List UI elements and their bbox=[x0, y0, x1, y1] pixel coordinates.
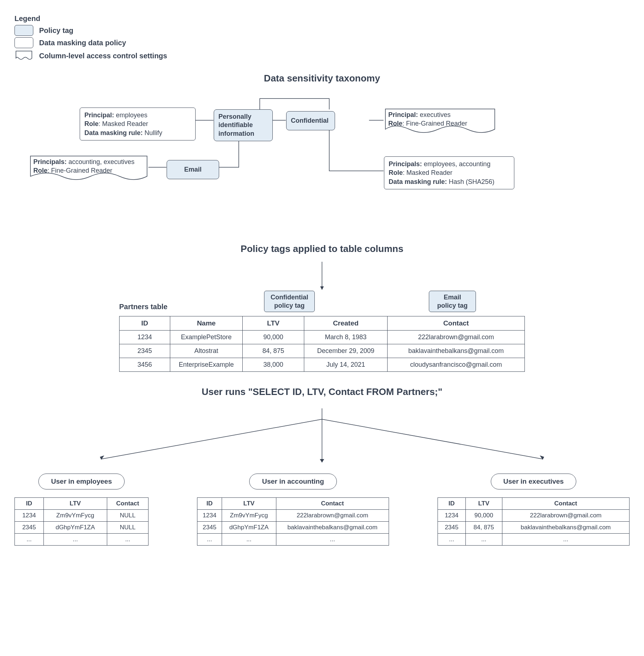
svg-line-3 bbox=[101, 419, 322, 459]
legend-row-data-masking: Data masking data policy bbox=[14, 37, 630, 48]
table-employees: ID LTV Contact 1234Zm9vYmFycgNULL 2345dG… bbox=[14, 497, 149, 546]
branch-arrows bbox=[14, 405, 630, 466]
conf-mask-principal-label: Principals: bbox=[389, 160, 422, 168]
table-row: 123490,000222larabrown@gmail.com bbox=[438, 510, 630, 522]
table-row: ......... bbox=[15, 534, 149, 546]
conf-mask-role: : Masked Reader bbox=[403, 169, 452, 176]
pii-mask-role: : Masked Reader bbox=[99, 120, 148, 127]
taxonomy-diagram: Personally identifiable information Conf… bbox=[14, 91, 630, 229]
table-row: 3456 EnterpriseExample 38,000 July 14, 2… bbox=[120, 358, 525, 372]
pill-accounting: User in accounting bbox=[249, 474, 336, 489]
legend-label-acl: Column-level access control settings bbox=[39, 52, 167, 60]
legend-label-policy-tag: Policy tag bbox=[39, 26, 73, 35]
section-title-query: User runs "SELECT ID, LTV, Contact FROM … bbox=[14, 386, 630, 398]
legend-swatch-data-masking bbox=[14, 37, 33, 48]
partners-block: Partners table Confidential policy tag E… bbox=[119, 291, 525, 372]
legend-row-policy-tag: Policy tag bbox=[14, 25, 630, 36]
table-row: 1234Zm9vYmFycg222larabrown@gmail.com bbox=[197, 510, 389, 522]
conf-mask-role-label: Role bbox=[389, 169, 403, 176]
table-row: ......... bbox=[438, 534, 630, 546]
partners-th-name: Name bbox=[170, 316, 243, 331]
policy-confidential-masking: Principals: employees, accounting Role: … bbox=[384, 156, 514, 189]
tag-small-email: Email policy tag bbox=[429, 291, 476, 312]
partners-table-label: Partners table bbox=[119, 303, 167, 311]
legend-swatch-acl bbox=[14, 50, 33, 62]
result-executives: User in executives ID LTV Contact 123490… bbox=[438, 474, 630, 546]
table-executives: ID LTV Contact 123490,000222larabrown@gm… bbox=[438, 497, 630, 546]
result-employees: User in employees ID LTV Contact 1234Zm9… bbox=[14, 474, 149, 546]
conf-mask-rule: Hash (SHA256) bbox=[447, 178, 494, 185]
section-title-taxonomy: Data sensitivity taxonomy bbox=[14, 73, 630, 84]
conf-acl-principal: executives bbox=[418, 111, 451, 118]
pill-employees: User in employees bbox=[38, 474, 125, 489]
policy-pii-masking: Principal: employees Role: Masked Reader… bbox=[80, 108, 196, 140]
conf-acl-principal-label: Principal: bbox=[388, 111, 418, 118]
results-row: User in employees ID LTV Contact 1234Zm9… bbox=[14, 474, 630, 546]
legend-label-data-masking: Data masking data policy bbox=[39, 39, 126, 47]
conf-acl-role-label: Role bbox=[388, 120, 402, 127]
pill-executives: User in executives bbox=[491, 474, 577, 489]
svg-marker-1 bbox=[320, 286, 324, 290]
conf-acl-role: : Fine-Grained Reader bbox=[402, 120, 467, 127]
acl-confidential: Principal: executives Role: Fine-Grained… bbox=[384, 108, 496, 136]
legend-swatch-policy-tag bbox=[14, 25, 33, 36]
partners-table: ID Name LTV Created Contact 1234 Example… bbox=[119, 316, 525, 372]
pii-mask-rule: Nullify bbox=[143, 129, 162, 136]
tag-pii: Personally identifiable information bbox=[214, 109, 273, 141]
legend-row-acl: Column-level access control settings bbox=[14, 50, 630, 62]
legend: Legend Policy tag Data masking data poli… bbox=[14, 14, 630, 62]
conf-mask-principal: employees, accounting bbox=[422, 160, 490, 168]
table-row: 1234 ExamplePetStore 90,000 March 8, 198… bbox=[120, 331, 525, 344]
table-accounting: ID LTV Contact 1234Zm9vYmFycg222larabrow… bbox=[197, 497, 389, 546]
tag-small-confidential: Confidential policy tag bbox=[264, 291, 315, 312]
table-row: 2345 Altostrat 84, 875 December 29, 2009… bbox=[120, 344, 525, 358]
table-row: 2345dGhpYmF1ZANULL bbox=[15, 522, 149, 534]
table-row: 2345dGhpYmF1ZAbaklavainthebalkans@gmail.… bbox=[197, 522, 389, 534]
arrow-down-1 bbox=[14, 262, 630, 291]
table-row: 1234Zm9vYmFycgNULL bbox=[15, 510, 149, 522]
tag-email-label: Email bbox=[184, 166, 201, 173]
legend-title: Legend bbox=[14, 14, 630, 23]
partners-th-created: Created bbox=[304, 316, 388, 331]
conf-mask-rule-label: Data masking rule: bbox=[389, 178, 447, 185]
tag-confidential-label: Confidential bbox=[291, 117, 329, 124]
email-acl-principal: accounting, executives bbox=[67, 158, 134, 165]
partners-th-contact: Contact bbox=[388, 316, 525, 331]
partners-th-id: ID bbox=[120, 316, 170, 331]
tag-email: Email bbox=[167, 160, 219, 179]
table-row: ......... bbox=[197, 534, 389, 546]
result-accounting: User in accounting ID LTV Contact 1234Zm… bbox=[197, 474, 389, 546]
tag-confidential: Confidential bbox=[286, 111, 335, 130]
svg-marker-7 bbox=[320, 459, 324, 463]
acl-email: Principals: accounting, executives Role:… bbox=[29, 155, 149, 184]
pii-mask-role-label: Role bbox=[84, 120, 99, 127]
svg-line-5 bbox=[322, 419, 543, 459]
pii-mask-rule-label: Data masking rule: bbox=[84, 129, 143, 136]
email-acl-role: : Fine-Grained Reader bbox=[47, 167, 112, 174]
tag-pii-label: Personally identifiable information bbox=[218, 113, 254, 137]
email-acl-role-label: Role bbox=[33, 167, 47, 174]
partners-th-ltv: LTV bbox=[243, 316, 304, 331]
table-row: 234584, 875baklavainthebalkans@gmail.com bbox=[438, 522, 630, 534]
section-title-applied: Policy tags applied to table columns bbox=[14, 243, 630, 255]
pii-mask-principal-label: Principal: bbox=[84, 112, 114, 119]
email-acl-principal-label: Principals: bbox=[33, 158, 67, 165]
pii-mask-principal: employees bbox=[114, 112, 147, 119]
